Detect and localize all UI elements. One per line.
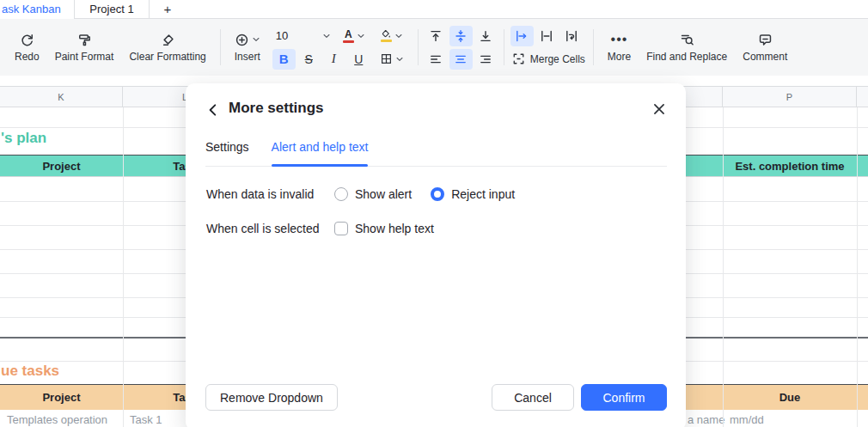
more-settings-dialog: More settings Settings Alert and help te… <box>186 83 686 427</box>
column-header-k[interactable]: K <box>0 87 123 107</box>
find-and-replace-button[interactable]: Find and Replace <box>639 28 735 66</box>
redo-icon <box>20 32 34 47</box>
header-cell-project[interactable]: Project <box>0 385 123 410</box>
align-right-button[interactable] <box>474 49 498 70</box>
sheet-tab-task-kanban[interactable]: ask Kanban <box>0 0 74 19</box>
cancel-button[interactable]: Cancel <box>492 384 574 411</box>
comment-icon <box>758 32 773 47</box>
font-size-value: 10 <box>276 29 288 42</box>
more-icon: ••• <box>611 32 628 47</box>
toolbar-divider <box>418 29 419 65</box>
sheet-tab-bar: ask Kanban Project 1 + <box>0 0 868 19</box>
text-wrap-button[interactable] <box>510 26 534 46</box>
paint-format-icon <box>77 32 92 47</box>
align-center-icon <box>454 52 468 66</box>
header-cell-due[interactable]: Due <box>723 385 857 410</box>
wrap-merge-group: Merge Cells <box>510 26 587 70</box>
align-bottom-button[interactable] <box>474 26 498 46</box>
clear-formatting-icon <box>161 32 175 47</box>
cell-task-value[interactable]: Task 1 <box>130 413 162 426</box>
paint-format-button[interactable]: Paint Format <box>47 28 122 66</box>
align-left-icon <box>429 52 443 66</box>
column-header-p[interactable]: P <box>723 87 857 107</box>
paint-format-label: Paint Format <box>55 51 114 63</box>
align-left-button[interactable] <box>425 49 448 70</box>
show-alert-option[interactable]: Show alert <box>334 187 412 201</box>
column-header-partial[interactable] <box>686 87 723 107</box>
align-center-button[interactable] <box>449 49 473 70</box>
text-wrap-icon <box>515 29 529 43</box>
show-help-text-checkbox[interactable] <box>334 222 348 235</box>
chevron-left-icon <box>205 102 221 118</box>
cell-project-value[interactable]: Templates operation <box>7 413 107 426</box>
dialog-tab-bar: Settings Alert and help text <box>205 132 667 167</box>
show-alert-label: Show alert <box>355 187 412 201</box>
column-header-q[interactable] <box>857 87 868 107</box>
tab-bar-filler <box>186 0 868 19</box>
clear-formatting-button[interactable]: Clear Formatting <box>121 28 213 66</box>
sheet-tab-project-1[interactable]: Project 1 <box>74 0 150 19</box>
redo-label: Redo <box>15 51 40 63</box>
header-cell-project[interactable]: Project <box>0 156 123 176</box>
find-and-replace-icon <box>680 32 694 47</box>
section-title-week-plan[interactable]: 's plan <box>1 130 46 147</box>
redo-button[interactable]: Redo <box>7 28 47 66</box>
formatting-toolbar: Redo Paint Format Clear Formatting Inser… <box>0 19 868 76</box>
reject-input-radio[interactable] <box>431 187 444 201</box>
gridline <box>723 107 724 427</box>
dialog-title: More settings <box>229 100 324 117</box>
align-bottom-icon <box>479 29 492 43</box>
font-size-dropdown[interactable]: 10 <box>272 26 334 46</box>
strikethrough-button[interactable]: S <box>297 49 321 70</box>
toolbar-divider <box>220 29 221 65</box>
borders-button[interactable] <box>372 49 412 70</box>
reject-input-option[interactable]: Reject input <box>431 187 515 201</box>
align-middle-icon <box>454 29 468 43</box>
italic-button[interactable]: I <box>322 49 345 70</box>
text-rotate-button[interactable] <box>560 26 584 46</box>
fill-color-button[interactable] <box>374 26 410 46</box>
show-help-text-option[interactable]: Show help text <box>334 222 434 235</box>
tab-alert-and-help-text[interactable]: Alert and help text <box>272 132 369 166</box>
chevron-down-icon <box>322 32 331 40</box>
chevron-down-icon <box>252 35 260 44</box>
invalid-data-row: When data is invalid Show alert Reject i… <box>206 186 534 203</box>
comment-button[interactable]: Comment <box>735 28 795 66</box>
cell-name-value[interactable]: a name <box>688 413 724 426</box>
section-title-overdue-tasks[interactable]: ue tasks <box>1 363 59 380</box>
insert-plus-icon <box>235 33 249 47</box>
underline-button[interactable]: U <box>347 49 370 70</box>
align-middle-button[interactable] <box>449 26 473 46</box>
close-button[interactable] <box>650 100 669 119</box>
reject-input-label: Reject input <box>451 187 515 201</box>
header-cell-est-completion[interactable]: Est. completion time <box>723 156 857 176</box>
dialog-footer: Remove Dropdown Cancel Confirm <box>205 384 667 411</box>
toolbar-divider <box>504 29 504 65</box>
tab-settings[interactable]: Settings <box>205 132 249 166</box>
align-top-button[interactable] <box>425 26 448 46</box>
remove-dropdown-button[interactable]: Remove Dropdown <box>205 384 338 411</box>
back-button[interactable] <box>205 101 222 119</box>
show-alert-radio[interactable] <box>334 187 348 201</box>
gridline <box>123 107 124 427</box>
text-clip-button[interactable] <box>535 26 559 46</box>
cell-selected-label: When cell is selected <box>206 222 334 235</box>
align-top-icon <box>429 29 443 43</box>
add-sheet-button[interactable]: + <box>150 0 186 19</box>
text-clip-icon <box>540 29 553 43</box>
merge-cells-button[interactable]: Merge Cells <box>510 52 587 65</box>
fill-color-icon <box>381 29 392 42</box>
confirm-button[interactable]: Confirm <box>581 384 667 411</box>
bold-button[interactable]: B <box>272 49 296 70</box>
text-color-button[interactable]: A <box>336 26 372 46</box>
text-rotate-icon <box>565 29 578 43</box>
more-button[interactable]: ••• More <box>600 28 639 66</box>
insert-button[interactable]: Insert <box>227 28 268 66</box>
cell-due-value[interactable]: mm/dd <box>730 413 764 426</box>
chevron-down-icon <box>394 32 403 40</box>
cell-selected-row: When cell is selected Show help text <box>206 220 453 237</box>
chevron-down-icon <box>357 32 365 40</box>
align-right-icon <box>479 52 492 66</box>
close-icon <box>651 101 667 117</box>
font-format-group: 10 A B S I U <box>272 26 412 70</box>
